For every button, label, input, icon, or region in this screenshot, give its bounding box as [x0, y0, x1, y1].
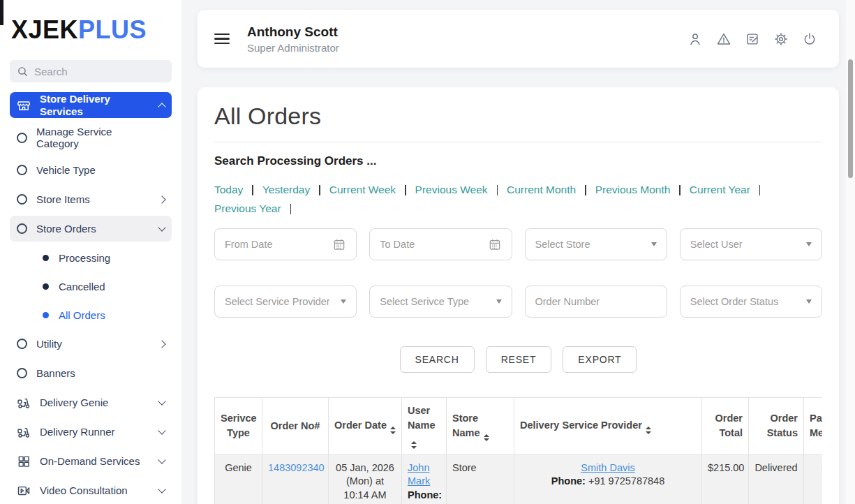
separator [252, 185, 253, 195]
quick-link-current-month[interactable]: Current Month [507, 184, 576, 196]
cell-user-name: John Mark Phone: +91 [402, 454, 447, 504]
select-service-provider-dropdown[interactable]: Select Service Provider [214, 286, 357, 318]
from-date-input[interactable] [225, 239, 332, 250]
quick-link-yesterday[interactable]: Yesterday [262, 184, 310, 196]
calendar-icon[interactable] [332, 237, 346, 251]
reset-button[interactable]: RESET [486, 346, 552, 373]
sidebar-item-store-items[interactable]: Store Items [10, 186, 172, 212]
bullet-dot-icon [43, 255, 49, 261]
cell-order-total: $215.00 [702, 454, 749, 504]
chevron-right-icon [158, 195, 165, 203]
col-store-name[interactable]: Store Name [447, 398, 514, 455]
col-delivery-service-provider[interactable]: Delivery Service Provider [514, 398, 702, 455]
sidebar-item-video-consultation[interactable]: Video Consultation [10, 477, 172, 503]
separator [759, 185, 761, 195]
user-role: Super Administrator [247, 42, 339, 54]
col-user-name[interactable]: User Name [402, 398, 447, 455]
order-number-field[interactable] [525, 286, 667, 318]
user-block: Anthony Scott Super Administrator [247, 24, 339, 54]
sidebar-item-vehicle-type[interactable]: Vehicle Type [10, 157, 172, 183]
sidebar-subitem-cancelled[interactable]: Cancelled [10, 274, 172, 299]
sidebar-subitem-processing[interactable]: Processing [10, 245, 172, 270]
sidebar-item-label: Video Consultation [40, 484, 150, 496]
sidebar-item-label: On-Demand Services [40, 455, 150, 467]
order-number-input[interactable] [535, 296, 657, 307]
bullet-dot-icon [43, 312, 49, 318]
sidebar-item-delivery-genie[interactable]: Delivery Genie [10, 390, 172, 415]
app-logo: XJEKPLUS [11, 15, 172, 45]
col-order-status[interactable]: Order Status [749, 398, 804, 455]
filter-row-2: Select Service Provider Select Serivce T… [214, 286, 822, 318]
to-date-input[interactable] [380, 239, 487, 250]
export-button[interactable]: EXPORT [563, 346, 637, 373]
alert-triangle-icon[interactable] [715, 31, 732, 47]
select-order-status-dropdown[interactable]: Select Order Status [680, 286, 822, 318]
sort-icon[interactable] [484, 434, 489, 442]
quick-link-previous-week[interactable]: Previous Week [415, 184, 488, 196]
from-date-field[interactable] [214, 228, 357, 260]
user-icon[interactable] [687, 31, 704, 47]
vertical-scrollbar-thumb[interactable] [848, 59, 853, 178]
quick-link-current-week[interactable]: Current Week [329, 184, 396, 196]
select-service-provider-value: Select Service Provider [225, 296, 341, 307]
hamburger-menu-icon[interactable] [214, 34, 230, 45]
col-order-no[interactable]: Order No# [262, 398, 329, 455]
scooter-icon [17, 396, 31, 410]
to-date-field[interactable] [369, 228, 512, 260]
user-name: Anthony Scott [247, 24, 339, 40]
select-user-dropdown[interactable]: Select User [680, 228, 822, 260]
sidebar-item-delivery-runner[interactable]: Delivery Runner [10, 419, 172, 445]
quick-link-previous-year[interactable]: Previous Year [214, 202, 281, 215]
chevron-down-icon [158, 397, 165, 405]
sidebar-subitem-all-orders[interactable]: All Orders [10, 302, 172, 327]
order-number-link[interactable]: 1483092340 [268, 462, 325, 473]
table-header-row: Serivce Type Order No# Order Date User N… [215, 398, 823, 455]
app-root: XJEKPLUS Store Delivery Services Manage … [0, 0, 855, 504]
user-name-link[interactable]: John Mark [408, 462, 430, 487]
cell-store-name: Store [447, 454, 514, 504]
col-order-date[interactable]: Order Date [329, 398, 402, 455]
quick-link-previous-month[interactable]: Previous Month [595, 184, 671, 196]
calendar-icon[interactable] [488, 237, 502, 251]
cell-service-type: Genie [215, 454, 262, 504]
storefront-icon [17, 98, 31, 112]
select-user-value: Select User [690, 239, 806, 250]
sidebar-item-on-demand-services[interactable]: On-Demand Services [10, 448, 172, 474]
col-service-type[interactable]: Serivce Type [215, 398, 262, 455]
sort-icon[interactable] [646, 427, 651, 434]
chevron-down-icon [158, 223, 165, 231]
title-divider [214, 142, 822, 142]
select-store-dropdown[interactable]: Select Store [525, 228, 667, 260]
vertical-scrollbar-track[interactable] [846, 0, 855, 504]
separator [405, 185, 406, 195]
col-payment-method[interactable]: Payment Method [804, 398, 823, 455]
bullet-dot-icon [43, 283, 49, 290]
sidebar-search[interactable] [10, 60, 172, 82]
separator [319, 185, 320, 195]
report-edit-icon[interactable] [744, 31, 761, 47]
search-input[interactable] [34, 66, 165, 77]
quick-date-links: Today Yesterday Current Week Previous We… [214, 184, 822, 215]
separator [497, 185, 498, 195]
quick-link-today[interactable]: Today [214, 184, 243, 196]
settings-gear-icon[interactable] [773, 31, 789, 47]
sidebar-item-label: Manage Service Category [36, 126, 120, 150]
sidebar-item-manage-service-category[interactable]: Manage Service Category [10, 121, 172, 154]
sidebar-item-store-orders[interactable]: Store Orders [10, 216, 172, 242]
select-service-type-dropdown[interactable]: Select Serivce Type [369, 286, 512, 318]
search-button[interactable]: SEARCH [400, 346, 475, 373]
sort-icon[interactable] [390, 427, 396, 434]
col-order-total[interactable]: Order Total [702, 398, 749, 455]
provider-name-link[interactable]: Smith Davis [581, 462, 634, 473]
logout-power-icon[interactable] [801, 31, 818, 47]
circle-icon [17, 133, 27, 143]
quick-link-current-year[interactable]: Current Year [690, 184, 750, 196]
scooter-icon [17, 425, 31, 439]
sidebar-subitem-label: All Orders [59, 309, 105, 321]
sort-icon[interactable] [411, 441, 417, 449]
cell-provider: Smith Davis Phone: +91 9725787848 [514, 454, 702, 504]
sidebar-item-banners[interactable]: Banners [10, 360, 172, 386]
cell-order-date: 05 Jan, 2026 (Mon) at 10:14 AM (UTC:+05:… [329, 454, 402, 504]
sidebar-item-utility[interactable]: Utility [10, 331, 172, 357]
sidebar-item-store-delivery-services[interactable]: Store Delivery Services [10, 92, 172, 118]
